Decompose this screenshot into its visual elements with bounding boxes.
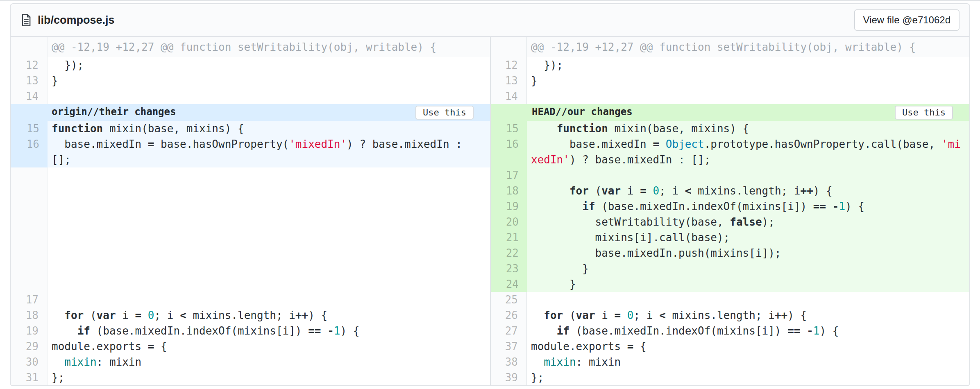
code-line: if (base.mixedIn.indexOf(mixins[i]) == -… [527, 199, 969, 214]
keyword-token: if [77, 325, 90, 337]
hunk-gutter [490, 37, 527, 57]
code-text: }; [52, 371, 64, 384]
code-line: } [527, 73, 969, 88]
code-text: mixin(base, mixins) { [103, 122, 244, 135]
code-text: ; i [154, 309, 180, 321]
code-text: } [52, 75, 58, 87]
code-text: ); [762, 216, 775, 228]
line-number: 14 [491, 88, 526, 104]
keyword-token: - [327, 325, 334, 337]
code-text [52, 309, 64, 321]
code-text: setWritability(base, [531, 216, 730, 228]
code-text: base.mixedIn [531, 138, 653, 150]
line-number-cell: 16 [490, 136, 527, 167]
code-text [531, 185, 569, 197]
keyword-token: = [627, 340, 634, 353]
code-text: } [531, 278, 576, 290]
empty-code-line [48, 261, 490, 276]
number-token: 0 [627, 309, 634, 321]
use-this-button-their[interactable]: Use this [415, 106, 474, 120]
empty-code-line [48, 183, 490, 199]
keyword-token: ++ [801, 185, 813, 197]
code-text: ) { [308, 309, 327, 321]
line-number-cell: 38 [490, 354, 527, 370]
line-number-cell: 29 [11, 339, 48, 354]
line-number: 19 [491, 199, 527, 214]
line-number-cell: 17 [11, 292, 48, 308]
code-text [141, 309, 148, 321]
conflict-header-ours: HEAD//our changesUse this [490, 104, 969, 121]
keyword-token: if [582, 200, 595, 213]
line-number: 30 [11, 354, 47, 370]
builtin-token: Object [666, 138, 704, 150]
code-text: i [621, 185, 640, 197]
code-text: module.exports [52, 340, 148, 353]
empty-code-line [48, 199, 490, 214]
line-number: 21 [491, 230, 527, 245]
code-line: function mixin(base, mixins) { [527, 121, 969, 136]
line-number: 17 [11, 292, 47, 308]
line-number-cell: 14 [11, 88, 48, 104]
line-number: 15 [491, 121, 527, 136]
top-divider [0, 0, 980, 1]
view-file-button[interactable]: View file @e71062d [854, 9, 960, 31]
line-number-cell: 37 [490, 339, 527, 354]
code-text: mixin(base, mixins) { [608, 122, 749, 135]
code-line [527, 167, 969, 183]
keyword-token: < [659, 309, 666, 321]
code-line: } [527, 261, 969, 276]
code-line [48, 292, 490, 308]
number-token: 1 [839, 200, 845, 213]
line-number: 19 [11, 323, 47, 339]
line-number-cell: 12 [11, 57, 48, 73]
code-line: mixin: mixin [48, 354, 490, 370]
code-text: } [531, 75, 538, 87]
line-number: 17 [491, 167, 527, 183]
conflict-label-ours: HEAD//our changes [532, 106, 633, 118]
code-line: if (base.mixedIn.indexOf(mixins[i]) == -… [48, 323, 490, 339]
keyword-token: = [615, 309, 621, 321]
code-text [826, 200, 833, 213]
empty-gutter [11, 276, 48, 292]
code-line: base.mixedIn = Object.prototype.hasOwnPr… [527, 136, 969, 167]
code-text: { [154, 340, 167, 353]
code-text: i [595, 309, 615, 321]
code-line: }); [527, 57, 969, 73]
code-text [531, 200, 582, 213]
code-text [621, 309, 627, 321]
line-number-cell: 21 [490, 230, 527, 245]
keyword-token: false [730, 216, 762, 228]
code-text: ; i [634, 309, 660, 321]
keyword-token: for [569, 185, 589, 197]
line-number-cell: 16 [11, 136, 48, 167]
code-text: []; [52, 154, 71, 166]
line-number-cell: 24 [490, 276, 527, 292]
keyword-token: < [685, 185, 692, 197]
line-number-cell: 27 [490, 323, 527, 339]
file-path: lib/compose.js [38, 14, 115, 27]
keyword-token: - [833, 200, 839, 213]
line-number-cell: 22 [490, 245, 527, 261]
line-number: 13 [11, 73, 47, 88]
keyword-token: - [807, 325, 813, 337]
keyword-token: for [544, 309, 563, 321]
use-this-button-ours[interactable]: Use this [895, 106, 953, 120]
number-token: 1 [334, 325, 340, 337]
code-line: if (base.mixedIn.indexOf(mixins[i]) == -… [527, 323, 969, 339]
line-number: 31 [11, 370, 47, 385]
code-line: module.exports = { [48, 339, 490, 354]
keyword-token: var [576, 309, 595, 321]
code-text [321, 325, 327, 337]
keyword-token: == [787, 325, 800, 337]
conflict-label-their: origin//their changes [52, 106, 176, 118]
code-text: }); [52, 59, 84, 71]
code-line [527, 88, 969, 104]
string-token: 'mixedIn' [289, 138, 347, 150]
line-number-cell: 15 [490, 121, 527, 136]
code-line [527, 292, 969, 308]
code-text: { [633, 340, 646, 353]
line-number: 12 [491, 57, 526, 73]
keyword-token: = [148, 340, 154, 353]
line-number: 18 [11, 308, 47, 323]
line-number-cell: 20 [490, 214, 527, 230]
